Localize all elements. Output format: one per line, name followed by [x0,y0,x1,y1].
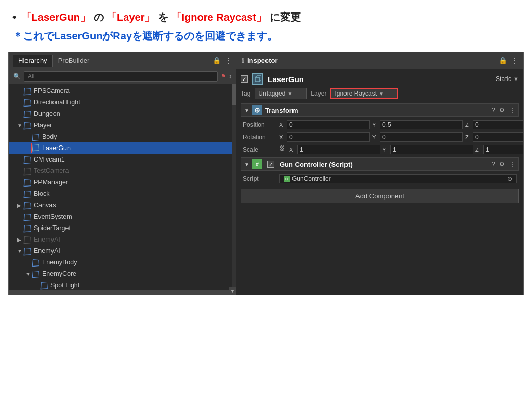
layer-arrow-icon: ▼ [379,91,384,97]
more-icon[interactable]: ⋮ [509,161,515,168]
script-value-field: C GunController ⊙ [279,174,517,183]
annotation-area: • 「LaserGun」 の 「Layer」 を 「Ignore Raycast… [0,0,532,52]
rotation-y-input[interactable] [380,132,463,142]
layer-label: Layer [311,90,326,97]
list-item-lasergun[interactable]: LaserGun [9,142,236,154]
position-x-field: X [279,120,370,129]
item-label: TestCamera [34,167,69,175]
static-dropdown-arrow[interactable]: ▼ [513,76,519,82]
object-active-checkbox[interactable] [241,75,248,83]
list-item[interactable]: EventSystem [9,211,236,222]
list-item[interactable]: ▶ EnemyAI [9,234,236,245]
list-item[interactable]: ▼ Player [9,119,236,131]
list-item[interactable]: Spot Light [9,280,236,290]
search-input[interactable] [24,71,218,82]
scale-x-input[interactable] [297,145,380,154]
scale-z-input[interactable] [483,145,523,154]
item-label: CM vcam1 [34,156,65,163]
object-name[interactable]: LaserGun [268,75,496,84]
layer-dropdown[interactable]: Ignore Raycast ▼ [330,88,398,99]
inspector-title: Inspector [247,57,278,64]
cube-icon [23,190,32,198]
annotation-red1: 「LaserGun」 [21,11,90,23]
list-item[interactable]: Directional Light [9,97,236,108]
cube-icon [23,98,32,107]
rotation-z-input[interactable] [473,132,523,142]
script-section-header: ▼ # Gun Controller (Script) ? ⚙ ⋮ [241,157,519,171]
help-icon[interactable]: ? [491,107,495,114]
position-z-input[interactable] [473,120,523,129]
tab-hierarchy[interactable]: Hierarchy [13,55,53,66]
lock-icon[interactable]: 🔒 [212,57,221,64]
list-item[interactable]: Body [9,131,236,142]
scale-row: Scale ⛓ X Y Z [241,144,519,155]
rx-label: X [279,134,285,140]
list-item[interactable]: EnemyBody [9,257,236,268]
search-icon-group: ⚑ ↕ [221,73,232,80]
rotation-x-field: X [279,132,370,142]
list-item[interactable]: SpiderTarget [9,222,236,234]
scrollbar-thumb[interactable] [232,84,236,105]
tag-dropdown[interactable]: Untagged ▼ [255,88,307,99]
scale-label: Scale [243,146,279,153]
transform-collapse-arrow[interactable]: ▼ [244,108,249,113]
search-icon: 🔍 [13,73,21,80]
list-item[interactable]: Block [9,188,236,200]
rotation-row: Rotation X Y Z [241,131,519,143]
hierarchy-scrollbar[interactable] [232,84,236,290]
script-name: GunController [292,175,331,182]
menu-icon[interactable]: ⋮ [225,57,232,64]
tag-arrow-icon: ▼ [287,91,292,97]
target-icon[interactable]: ⊙ [507,175,512,182]
annotation-black1: の [94,11,104,23]
script-active-checkbox[interactable] [267,161,274,168]
add-component-button[interactable]: Add Component [241,189,519,203]
script-collapse-arrow[interactable]: ▼ [244,162,249,167]
expand-arrow: ▼ [17,123,23,128]
inspector-header: ℹ Inspector 🔒 ⋮ [236,52,523,69]
list-item[interactable]: ▶ Canvas [9,200,236,211]
sort-icon[interactable]: ↕ [229,73,232,80]
annotation-line2: ＊これでLaserGunがRayを遮断するのを回避できます。 [12,28,520,44]
cube-icon [23,87,32,95]
list-item[interactable]: FPSCamera [9,85,236,97]
list-item[interactable]: CM vcam1 [9,154,236,165]
scale-lock-icon[interactable]: ⛓ [279,145,285,154]
menu-icon[interactable]: ⋮ [511,57,518,64]
item-label: Canvas [34,202,56,209]
rotation-x-input[interactable] [287,132,370,142]
cube-3d-icon [254,75,261,83]
item-label: EnemyBody [42,259,77,266]
position-x-input[interactable] [287,120,370,129]
tab-probuilder[interactable]: ProBuilder [53,55,96,66]
item-label: FPSCamera [34,87,70,95]
tag-layer-row: Tag Untagged ▼ Layer Ignore Raycast ▼ [241,88,519,99]
scroll-down-icon[interactable]: ▼ [229,287,236,295]
list-item[interactable]: ▼ EnemyAI [9,245,236,257]
lock-icon[interactable]: 🔒 [499,57,507,64]
cube-icon [23,247,32,255]
scale-z-field: Z [475,145,523,154]
ry-label: Y [372,134,378,140]
item-label: EnemyAI [34,247,60,255]
bullet: • [12,11,16,23]
list-item[interactable]: Dungeon [9,108,236,119]
position-y-input[interactable] [380,120,463,129]
cube-icon [23,224,32,232]
settings-icon[interactable]: ⚙ [499,161,505,168]
list-item[interactable]: TestCamera [9,165,236,177]
more-icon[interactable]: ⋮ [509,107,515,114]
scale-y-input[interactable] [390,145,473,154]
settings-icon[interactable]: ⚙ [499,107,505,114]
hierarchy-header-icons: 🔒 ⋮ [212,57,232,64]
script-actions: ? ⚙ ⋮ [491,161,515,168]
scale-xyz-group: ⛓ X Y Z [279,145,523,154]
list-item[interactable]: ▼ EnemyCore [9,268,236,280]
script-title: Gun Controller (Script) [280,161,488,168]
list-item[interactable]: PPManager [9,177,236,188]
hierarchy-content: FPSCamera Directional Light Dungeon ▼ [9,84,236,290]
help-icon[interactable]: ? [491,161,495,168]
cube-icon [32,258,40,267]
transform-title: Transform [265,107,488,114]
filter-icon[interactable]: ⚑ [221,73,227,80]
